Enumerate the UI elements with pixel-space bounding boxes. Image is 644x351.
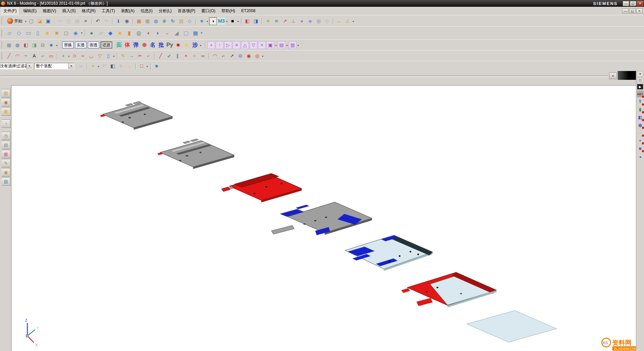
perspective-button[interactable]: ◇ xyxy=(186,17,194,25)
copy-button[interactable]: ◫ xyxy=(65,17,73,25)
menu-assemblies[interactable]: 装配(A) xyxy=(118,7,137,15)
redo-button[interactable]: ↷ xyxy=(102,17,110,25)
unhide-button[interactable]: ◇ xyxy=(323,17,331,25)
plate-template-item[interactable]: ◍ xyxy=(637,122,644,128)
datum-plane-button[interactable]: ▱ xyxy=(97,29,105,38)
information-button[interactable]: ℹ xyxy=(114,17,122,25)
rotate-view-button[interactable]: ↻ xyxy=(169,17,177,25)
measure-angle-button[interactable]: ∠ xyxy=(344,17,352,25)
menu-edit[interactable]: 编辑(E) xyxy=(20,7,40,15)
join-curve-button[interactable]: ◡ xyxy=(87,52,95,60)
dropdown-arrow-icon[interactable]: ▼ xyxy=(26,63,32,69)
section-view-button[interactable]: ◧ xyxy=(22,41,30,49)
delete-button[interactable]: × xyxy=(82,17,89,25)
pattern-body-button[interactable]: ▤ xyxy=(278,41,285,49)
edit-curve-button[interactable]: ✎ xyxy=(119,52,127,60)
interference-check-button[interactable]: 涉 xyxy=(191,41,199,49)
toolbar-grip[interactable] xyxy=(1,18,3,24)
system-materials-tab[interactable]: ▤ xyxy=(2,141,10,149)
dropdown-arrow-icon[interactable]: ▼ xyxy=(68,63,74,69)
line-button[interactable]: ╱ xyxy=(5,52,13,60)
spline-button[interactable]: ~ xyxy=(22,52,30,60)
trim-corner-button[interactable]: ⌐ xyxy=(145,52,152,60)
subtract-button[interactable]: ◗ xyxy=(153,29,162,38)
menu-preferences[interactable]: 首选项(P) xyxy=(175,7,198,15)
diameter-circle-button[interactable]: ◉ xyxy=(245,52,253,60)
snap-point-button[interactable]: + xyxy=(89,62,97,70)
part-stage-5[interactable] xyxy=(345,235,433,271)
orient-view-button[interactable]: ◆ xyxy=(71,29,80,38)
internet-explorer-tab[interactable]: ◔ xyxy=(2,119,10,128)
part-stage-2[interactable] xyxy=(157,139,234,169)
open-button[interactable]: ◪ xyxy=(36,17,44,25)
csys-constructor-button[interactable]: ⊥ xyxy=(289,17,297,25)
face-analysis-button[interactable]: ◍ xyxy=(14,41,21,49)
part-stage-7[interactable] xyxy=(467,310,557,342)
edge-blend-button[interactable]: ◢ xyxy=(172,29,181,38)
revolve-button[interactable]: ▮ xyxy=(125,29,134,38)
menu-help[interactable]: 帮助(H) xyxy=(218,7,238,15)
scene-tab[interactable]: ▨ xyxy=(2,177,10,186)
vector-line-button[interactable]: ⇙ xyxy=(165,52,173,60)
graphics-window[interactable]: Z Y X XS 资料网 ZL.XS1616.COM xyxy=(11,85,636,351)
part-stage-3[interactable] xyxy=(222,173,302,203)
toolbar-overflow-button[interactable]: ▶ xyxy=(637,84,643,90)
edit-object-display-button[interactable]: ◕ xyxy=(298,17,306,25)
block-template-item[interactable]: ▮ xyxy=(637,106,644,113)
two-tangent-circle-button[interactable]: ∞ xyxy=(199,52,207,60)
select-arrow-button[interactable]: → xyxy=(126,62,133,70)
key-template-item[interactable]: KEY xyxy=(637,91,644,97)
center-circle-button[interactable]: ⊙ xyxy=(236,52,244,60)
mdi-close-button[interactable]: × xyxy=(636,8,643,14)
toolbar-grip[interactable] xyxy=(1,30,3,37)
work-section-button[interactable]: ■ xyxy=(47,41,55,49)
drag-component-button[interactable]: ▷ xyxy=(224,41,232,49)
bracket-template-item[interactable]: ◧ xyxy=(637,114,644,121)
profile-button[interactable]: ⌐ xyxy=(39,52,47,60)
pan-window-button[interactable]: ◨ xyxy=(252,17,260,25)
constraint-navigator-tab[interactable]: ◉ xyxy=(2,98,10,107)
menu-tools[interactable]: 工具(T) xyxy=(99,7,118,15)
menu-format[interactable]: 格式(R) xyxy=(79,7,99,15)
view-plane-button[interactable]: M3 xyxy=(217,17,225,25)
show-hide-button[interactable]: ◈ xyxy=(306,17,314,25)
clip-section-button[interactable]: ◨ xyxy=(30,41,38,49)
parallel-line-button[interactable]: ∥ xyxy=(174,52,181,60)
history-tab[interactable]: ◷ xyxy=(2,132,10,140)
pipe-template-item[interactable]: ⌐ xyxy=(637,130,644,136)
trimetric-view-button[interactable]: ▱ xyxy=(5,29,14,38)
shaded-with-edges-button[interactable]: ■ xyxy=(43,29,52,38)
palette-collapse-button[interactable]: ◂ xyxy=(639,155,641,159)
measure-body-button[interactable]: ▥ xyxy=(289,41,297,49)
trim-curve-button[interactable]: → xyxy=(128,52,135,60)
taper-body-button[interactable]: △ xyxy=(241,41,249,49)
background-color-button[interactable]: ■ xyxy=(229,17,236,25)
copy-body-button[interactable]: ▣ xyxy=(266,41,274,49)
delete-body-button[interactable]: × xyxy=(258,41,266,49)
top-view-button[interactable]: ▭ xyxy=(24,29,33,38)
undo-selection-button[interactable]: ↶ xyxy=(100,62,108,70)
elbow-template-item[interactable]: ◙ xyxy=(637,145,644,152)
unite-button[interactable]: ◖ xyxy=(144,29,153,38)
part-stage-1[interactable] xyxy=(100,101,173,130)
palette-dropdown-button[interactable]: ▾ xyxy=(637,71,643,77)
orient-cube-button[interactable]: ◧ xyxy=(109,62,117,70)
link-selection-button[interactable]: ∞ xyxy=(77,62,85,70)
raise-component-button[interactable]: ↑ xyxy=(216,41,224,49)
model-canvas[interactable]: Z Y X XS 资料网 ZL.XS1616.COM xyxy=(11,86,636,351)
close-button[interactable]: × xyxy=(637,1,643,6)
circle-method-button[interactable]: ◎ xyxy=(253,52,261,60)
menu-information[interactable]: 信息(I) xyxy=(137,7,155,15)
hole-button[interactable]: ◎ xyxy=(134,29,143,38)
find-button[interactable]: ◉ xyxy=(123,17,131,25)
intersection-point-button[interactable]: × xyxy=(182,52,190,60)
cone-body-button[interactable]: ▽ xyxy=(250,41,257,49)
intersection-curve-button[interactable]: ▯ xyxy=(104,52,112,60)
grid-display-button[interactable]: ⊕ xyxy=(140,41,148,49)
menu-window[interactable]: 窗口(O) xyxy=(198,7,218,15)
spring-tool-button[interactable]: 弹 xyxy=(132,41,140,49)
undo-button[interactable]: ↶ xyxy=(94,17,102,25)
selection-scope-combo[interactable]: 整个装配 ▼ xyxy=(34,63,74,69)
menu-insert[interactable]: 插入(S) xyxy=(59,7,79,15)
rotate-csys-button[interactable]: ↻ xyxy=(117,62,125,70)
